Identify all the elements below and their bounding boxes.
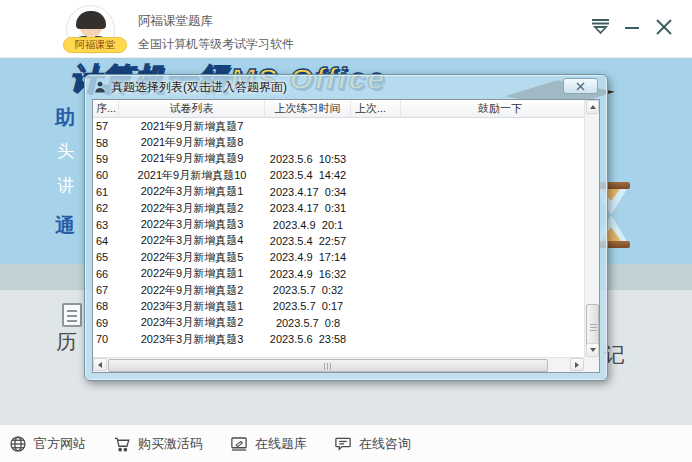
row-index: 61 — [93, 186, 119, 198]
table-row[interactable]: 60 2021年9月新增真题10 2023.5.4 14:42 — [93, 167, 584, 183]
app-header: 阿福课堂 阿福课堂题库 全国计算机等级考试学习软件 — [0, 0, 692, 58]
row-paper-name: 2022年3月新增真题3 — [119, 217, 265, 232]
dialog-title: 真题选择列表(双击进入答题界面) — [111, 79, 287, 96]
row-paper-name: 2022年3月新增真题1 — [119, 184, 265, 199]
avatar-badge: 阿福课堂 — [63, 37, 127, 53]
row-paper-name: 2022年9月新增真题1 — [119, 266, 265, 281]
row-last-practice-time: 2023.4.9 16:32 — [265, 268, 351, 280]
row-index: 68 — [93, 300, 119, 312]
horizontal-scroll-thumb[interactable] — [108, 359, 548, 372]
row-paper-name: 2022年3月新增真题5 — [119, 250, 265, 265]
arrow-up-icon — [590, 105, 596, 109]
row-index: 64 — [93, 235, 119, 247]
table-row[interactable]: 64 2022年3月新增真题4 2023.5.4 22:57 — [93, 233, 584, 249]
online-question-bank-label: 在线题库 — [255, 435, 307, 453]
main-menu-icon[interactable] — [590, 17, 610, 37]
online-question-bank-link[interactable]: 在线题库 — [230, 435, 307, 453]
row-last-practice-time: 2023.5.6 10:53 — [265, 153, 351, 165]
online-consult-link[interactable]: 在线咨询 — [334, 435, 411, 453]
table-body: 57 2021年9月新增真题7 58 2021年9月新增真题8 59 2021年 — [93, 118, 584, 357]
row-last-practice-time: 2023.5.7 0:32 — [265, 284, 351, 296]
arrow-down-icon — [590, 348, 596, 352]
table-row[interactable]: 66 2022年9月新增真题1 2023.4.9 16:32 — [93, 266, 584, 282]
row-paper-name: 2022年3月新增真题4 — [119, 233, 265, 248]
row-last-practice-time: 2023.5.6 23:58 — [265, 333, 351, 345]
column-header-paper-list[interactable]: 试卷列表 — [119, 100, 265, 117]
row-last-practice-time: 2023.4.17 0:31 — [265, 202, 351, 214]
row-paper-name: 2023年3月新增真题1 — [119, 299, 265, 314]
table-row[interactable]: 67 2022年9月新增真题2 2023.5.7 0:32 — [93, 282, 584, 298]
banner-text-fragment-4: 通 — [55, 212, 75, 239]
row-last-practice-time: 2023.5.4 14:42 — [265, 169, 351, 181]
minimize-icon[interactable] — [622, 17, 642, 37]
row-paper-name: 2021年9月新增真题8 — [119, 135, 265, 150]
table-row[interactable]: 57 2021年9月新增真题7 — [93, 118, 584, 134]
horizontal-scrollbar[interactable] — [93, 357, 584, 372]
row-paper-name: 2021年9月新增真题9 — [119, 151, 265, 166]
table-row[interactable]: 69 2023年3月新增真题2 2023.5.7 0:8 — [93, 315, 584, 331]
arrow-right-icon — [575, 362, 579, 368]
official-website-label: 官方网站 — [34, 435, 86, 453]
table-row[interactable]: 63 2022年3月新增真题3 2023.4.9 20:1 — [93, 216, 584, 232]
table-row[interactable]: 61 2022年3月新增真题1 2023.4.17 0:34 — [93, 184, 584, 200]
dialog-person-icon — [94, 81, 106, 93]
dialog-client-area: 序... 试卷列表 上次练习时间 上次... 鼓励一下 57 2021年9月新增… — [92, 99, 600, 373]
app-title: 阿福课堂题库 — [138, 13, 294, 30]
scrollbar-corner — [584, 357, 599, 372]
column-header-encourage[interactable]: 鼓励一下 — [401, 100, 599, 117]
row-index: 63 — [93, 219, 119, 231]
row-index: 59 — [93, 153, 119, 165]
history-text-fragment: 历 — [56, 328, 77, 356]
online-bank-icon — [230, 435, 248, 453]
table-row[interactable]: 65 2022年3月新增真题5 2023.4.9 17:14 — [93, 249, 584, 265]
row-paper-name: 2021年9月新增真题10 — [119, 168, 265, 183]
row-index: 66 — [93, 268, 119, 280]
official-website-link[interactable]: 官方网站 — [9, 435, 86, 453]
table-row[interactable]: 62 2022年3月新增真题2 2023.4.17 0:31 — [93, 200, 584, 216]
banner-text-fragment-2: 头 — [57, 140, 74, 163]
dialog-close-button[interactable] — [563, 78, 598, 94]
row-paper-name: 2021年9月新增真题7 — [119, 119, 265, 134]
row-index: 67 — [93, 284, 119, 296]
row-index: 69 — [93, 317, 119, 329]
table-row[interactable]: 70 2023年3月新增真题3 2023.5.6 23:58 — [93, 331, 584, 347]
close-icon[interactable] — [654, 17, 674, 37]
row-paper-name: 2023年3月新增真题2 — [119, 315, 265, 330]
row-last-practice-time: 2023.4.9 17:14 — [265, 251, 351, 263]
dialog-titlebar[interactable]: 真题选择列表(双击进入答题界面) — [85, 75, 607, 99]
row-last-practice-time: 2023.5.7 0:17 — [265, 300, 351, 312]
row-paper-name: 2022年3月新增真题2 — [119, 201, 265, 216]
globe-icon — [9, 435, 27, 453]
column-header-last[interactable]: 上次... — [351, 100, 401, 117]
row-paper-name: 2022年9月新增真题2 — [119, 283, 265, 298]
row-index: 60 — [93, 169, 119, 181]
cart-icon — [113, 435, 131, 453]
vertical-scrollbar[interactable] — [584, 100, 599, 357]
app-window: 阿福课堂 阿福课堂题库 全国计算机等级考试学习软件 计算机一级MS Office — [0, 0, 692, 462]
row-index: 58 — [93, 137, 119, 149]
column-header-index[interactable]: 序... — [93, 100, 119, 117]
avatar-hair — [76, 11, 106, 29]
scroll-right-button[interactable] — [570, 358, 584, 371]
scroll-up-button[interactable] — [586, 100, 599, 114]
online-consult-label: 在线咨询 — [359, 435, 411, 453]
banner-text-fragment-1: 助 — [55, 104, 75, 131]
scroll-left-button[interactable] — [93, 358, 107, 371]
buy-activation-code-link[interactable]: 购买激活码 — [113, 435, 203, 453]
document-icon — [62, 303, 82, 327]
column-header-last-time[interactable]: 上次练习时间 — [265, 100, 351, 117]
row-last-practice-time: 2023.4.9 20:1 — [265, 219, 351, 231]
header-titles: 阿福课堂题库 全国计算机等级考试学习软件 — [138, 13, 294, 53]
row-last-practice-time: 2023.5.7 0:8 — [265, 317, 351, 329]
exam-list-dialog: 真题选择列表(双击进入答题界面) 序... 试卷列表 上次练习时间 上次... … — [84, 74, 608, 381]
window-controls — [590, 17, 674, 37]
table-row[interactable]: 68 2023年3月新增真题1 2023.5.7 0:17 — [93, 298, 584, 314]
row-last-practice-time: 2023.4.17 0:34 — [265, 186, 351, 198]
chat-icon — [334, 435, 352, 453]
buy-activation-code-label: 购买激活码 — [138, 435, 203, 453]
row-index: 57 — [93, 120, 119, 132]
scroll-down-button[interactable] — [586, 343, 599, 357]
table-row[interactable]: 59 2021年9月新增真题9 2023.5.6 10:53 — [93, 151, 584, 167]
table-row[interactable]: 58 2021年9月新增真题8 — [93, 134, 584, 150]
table-header: 序... 试卷列表 上次练习时间 上次... 鼓励一下 — [93, 100, 599, 118]
